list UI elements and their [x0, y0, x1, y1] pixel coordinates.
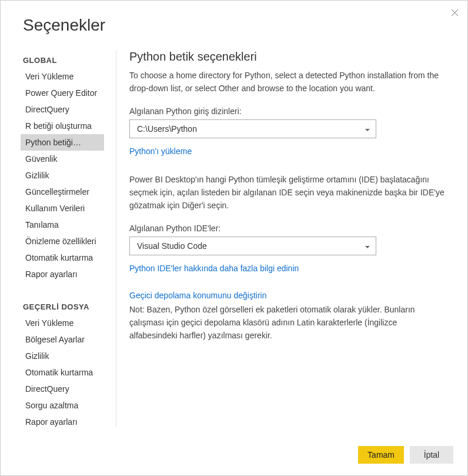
home-dir-label: Algılanan Python giriş dizinleri: [129, 106, 445, 116]
sidebar-item-cf-directquery[interactable]: DirectQuery [21, 381, 104, 397]
close-icon [451, 9, 459, 16]
dialog-footer: Tamam İptal [358, 446, 453, 464]
sidebar-item-kullanim-verileri[interactable]: Kullanım Verileri [21, 200, 104, 217]
sidebar-item-cf-bolgesel-ayarlar[interactable]: Bölgesel Ayarlar [21, 331, 104, 348]
ide-label: Algılanan Python IDE'ler: [129, 224, 445, 233]
sidebar-item-cf-veri-yukleme[interactable]: Veri Yükleme [21, 315, 104, 331]
sidebar-item-otomatik-kurtarma[interactable]: Otomatik kurtarma [21, 249, 104, 266]
ide-dropdown[interactable]: Visual Studio Code [129, 237, 376, 255]
sidebar-item-cf-sorgu-azaltma[interactable]: Sorgu azaltma [21, 397, 104, 414]
temp-storage-link[interactable]: Geçici depolama konumunu değiştirin [129, 291, 266, 300]
page-description: To choose a home directory for Python, s… [129, 69, 445, 95]
sidebar-item-tanilama[interactable]: Tanılama [21, 217, 104, 233]
sidebar-item-power-query-editor[interactable]: Power Query Editor [21, 85, 104, 101]
sidebar-item-r-betigi[interactable]: R betiği oluşturma [21, 118, 104, 134]
sidebar-item-gizlilik[interactable]: Gizlilik [21, 167, 104, 184]
sidebar-item-rapor-ayarlari[interactable]: Rapor ayarları [21, 266, 104, 282]
home-dir-dropdown[interactable]: C:\Users\Python [129, 119, 376, 138]
home-dir-value: C:\Users\Python [137, 124, 197, 134]
close-button[interactable] [447, 5, 462, 19]
sidebar-section-current-file: GEÇERLİ DOSYA [23, 297, 111, 315]
sidebar-item-cf-gizlilik[interactable]: Gizlilik [21, 348, 104, 364]
sidebar: GLOBAL Veri Yükleme Power Query Editor D… [1, 50, 111, 427]
sidebar-section-global: GLOBAL [23, 50, 111, 68]
ok-button[interactable]: Tamam [358, 446, 404, 464]
ide-description: Power BI Desktop'ın hangi Python tümleşi… [129, 174, 445, 212]
temp-storage-note: Not: Bazen, Python özel görselleri ek pa… [129, 304, 445, 342]
cancel-button[interactable]: İptal [410, 446, 453, 464]
sidebar-item-directquery[interactable]: DirectQuery [21, 101, 104, 118]
sidebar-item-veri-yukleme[interactable]: Veri Yükleme [21, 68, 104, 85]
sidebar-item-onizleme-ozellikleri[interactable]: Önizleme özellikleri [21, 233, 104, 249]
ide-info-link[interactable]: Python IDE'ler hakkında daha fazla bilgi… [129, 264, 299, 273]
sidebar-item-python-betigi[interactable]: Python betiği… [21, 134, 104, 151]
sidebar-item-guvenlik[interactable]: Güvenlik [21, 151, 104, 167]
dialog-title: Seçenekler [1, 1, 467, 35]
install-python-link[interactable]: Python'ı yükleme [129, 147, 192, 156]
chevron-down-icon [365, 124, 370, 134]
sidebar-item-cf-otomatik-kurtarma[interactable]: Otomatik kurtarma [21, 364, 104, 381]
chevron-down-icon [365, 241, 370, 251]
sidebar-item-cf-rapor-ayarlari[interactable]: Rapor ayarları [21, 414, 104, 427]
main-panel: Python betik seçenekleri To choose a hom… [116, 50, 467, 427]
page-title: Python betik seçenekleri [129, 50, 445, 64]
ide-value: Visual Studio Code [137, 241, 207, 251]
sidebar-item-guncellestirmeler[interactable]: Güncelleştirmeler [21, 184, 104, 200]
